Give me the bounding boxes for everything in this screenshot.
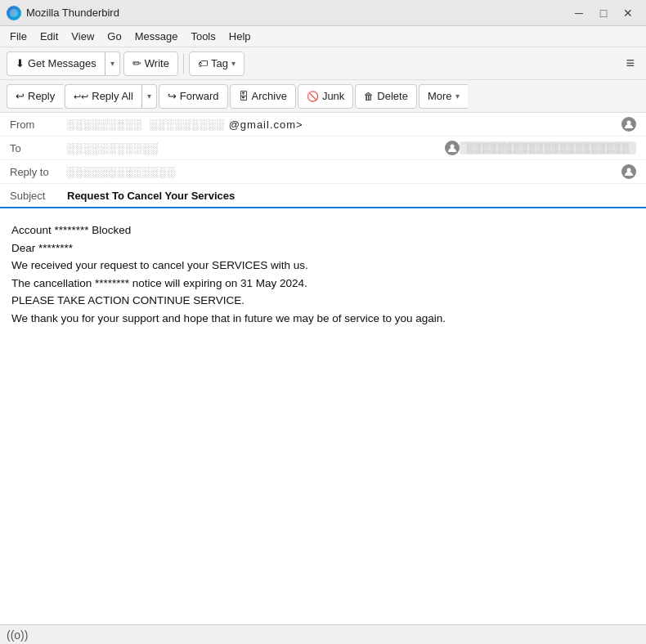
body-line2: Dear ******** <box>11 239 635 257</box>
menu-bar: File Edit View Go Message Tools Help <box>0 26 646 47</box>
archive-icon <box>239 90 249 102</box>
action-toolbar: Reply Reply All ▾ Forward Archive Junk D… <box>0 80 646 113</box>
reply-all-chevron-icon: ▾ <box>147 92 151 101</box>
reply-all-group: Reply All ▾ <box>65 84 157 109</box>
subject-label: Subject <box>10 190 67 202</box>
close-button[interactable]: ✕ <box>617 3 639 23</box>
svg-point-3 <box>627 168 631 172</box>
from-label: From <box>10 119 67 131</box>
menu-go[interactable]: Go <box>101 28 128 45</box>
subject-row: Subject Request To Cancel Your Services <box>0 184 646 207</box>
reply-all-button[interactable]: Reply All <box>65 84 141 109</box>
reply-all-dropdown[interactable]: ▾ <box>141 84 157 109</box>
reply-to-row: Reply to ░░░░░░░░░░░░░ <box>0 160 646 184</box>
forward-icon <box>168 90 177 102</box>
body-line6: We thank you for your support and hope t… <box>11 310 635 328</box>
body-line4: The cancellation ******** notice will ex… <box>11 275 635 293</box>
reply-icon <box>16 90 25 102</box>
maximize-button[interactable]: □ <box>592 3 615 23</box>
tag-chevron-icon: ▾ <box>231 59 236 68</box>
email-header: From ░░░░░░░░░ ░░░░░░░░░ @gmail.com> To … <box>0 113 646 208</box>
more-label: More <box>428 90 452 102</box>
write-label: Write <box>145 57 169 69</box>
subject-value: Request To Cancel Your Services <box>67 190 235 202</box>
forward-button[interactable]: Forward <box>159 84 228 109</box>
get-messages-button[interactable]: Get Messages <box>7 51 105 76</box>
delete-button[interactable]: Delete <box>355 84 417 109</box>
archive-label: Archive <box>252 90 287 102</box>
reply-button[interactable]: Reply <box>7 84 63 109</box>
to-label: To <box>10 142 67 154</box>
reply-group: Reply <box>7 84 63 109</box>
reply-to-contact-icon[interactable] <box>621 164 636 179</box>
menu-edit[interactable]: Edit <box>34 28 65 45</box>
from-contact-icon[interactable] <box>621 117 636 132</box>
window-controls: ─ □ ✕ <box>567 3 639 23</box>
reply-label: Reply <box>28 90 55 102</box>
app-title: Mozilla Thunderbird <box>26 7 567 19</box>
delete-icon <box>364 90 374 102</box>
status-bar: ((o)) <box>0 624 646 644</box>
from-email: @gmail.com> <box>229 119 303 131</box>
body-line1: Account ******** Blocked <box>11 221 635 239</box>
hamburger-button[interactable]: ≡ <box>621 51 639 75</box>
menu-file[interactable]: File <box>3 28 34 45</box>
get-icon <box>16 57 25 69</box>
to-contact-icon[interactable] <box>445 141 460 155</box>
tag-button[interactable]: Tag ▾ <box>189 51 244 76</box>
tag-icon <box>198 57 208 69</box>
body-line3: We received your request to cancel your … <box>11 257 635 275</box>
get-messages-dropdown[interactable]: ▾ <box>105 51 120 76</box>
menu-help[interactable]: Help <box>222 28 258 45</box>
tag-label: Tag <box>211 57 228 69</box>
svg-point-2 <box>451 145 455 149</box>
reply-to-label: Reply to <box>10 166 67 178</box>
menu-view[interactable]: View <box>65 28 101 45</box>
wifi-icon: ((o)) <box>7 628 28 642</box>
toolbar-separator <box>183 54 184 74</box>
more-chevron-icon: ▾ <box>455 92 460 101</box>
get-messages-label: Get Messages <box>28 57 96 69</box>
to-right-value: ░░░░░░░░░░░░░░░░░░░░░ <box>460 141 636 154</box>
junk-label: Junk <box>322 90 344 102</box>
junk-button[interactable]: Junk <box>298 84 353 109</box>
chevron-down-icon: ▾ <box>110 59 114 68</box>
more-button[interactable]: More ▾ <box>419 84 468 109</box>
menu-message[interactable]: Message <box>128 28 185 45</box>
from-row: From ░░░░░░░░░ ░░░░░░░░░ @gmail.com> <box>0 113 646 136</box>
body-line5: PLEASE TAKE ACTION CONTINUE SERVICE. <box>11 292 635 310</box>
delete-label: Delete <box>377 90 408 102</box>
get-messages-group: Get Messages ▾ <box>7 51 120 76</box>
from-value: ░░░░░░░░░ ░░░░░░░░░ @gmail.com> <box>67 119 617 131</box>
reply-all-label: Reply All <box>92 90 133 102</box>
write-icon <box>132 57 141 69</box>
to-right: ░░░░░░░░░░░░░░░░░░░░░ <box>460 141 636 154</box>
svg-point-0 <box>10 9 18 17</box>
svg-point-1 <box>627 121 631 125</box>
menu-tools[interactable]: Tools <box>184 28 222 45</box>
title-bar: Mozilla Thunderbird ─ □ ✕ <box>0 0 646 26</box>
more-group: More ▾ <box>419 84 468 109</box>
reply-to-value: ░░░░░░░░░░░░░ <box>67 166 617 178</box>
write-button[interactable]: Write <box>123 51 178 76</box>
to-value: ░░░░░░░░░░░ <box>67 142 440 154</box>
junk-icon <box>307 90 319 102</box>
minimize-button[interactable]: ─ <box>567 3 590 23</box>
to-row: To ░░░░░░░░░░░ ░░░░░░░░░░░░░░░░░░░░░ <box>0 136 646 160</box>
archive-button[interactable]: Archive <box>230 84 296 109</box>
reply-all-icon <box>74 90 88 102</box>
app-logo <box>7 6 21 20</box>
email-body: Account ******** Blocked Dear ******** W… <box>0 208 646 624</box>
main-toolbar: Get Messages ▾ Write Tag ▾ ≡ <box>0 47 646 80</box>
forward-label: Forward <box>180 90 219 102</box>
